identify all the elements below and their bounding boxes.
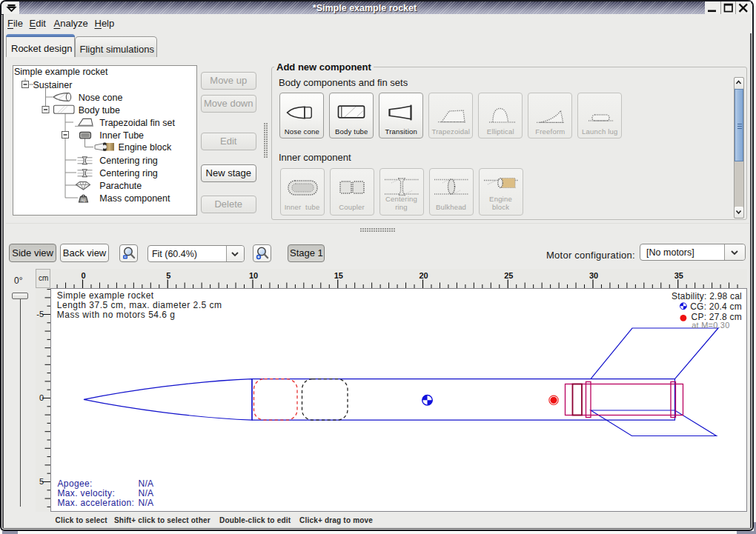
svg-text:Apogee:: Apogee: bbox=[58, 478, 93, 489]
svg-text:-5: -5 bbox=[36, 310, 44, 318]
svg-text:25: 25 bbox=[504, 271, 513, 280]
svg-text:N/A: N/A bbox=[138, 498, 153, 508]
svg-text:15: 15 bbox=[334, 271, 343, 280]
svg-text:30: 30 bbox=[589, 271, 598, 280]
svg-text:10: 10 bbox=[249, 271, 258, 280]
svg-text:at M=0.30: at M=0.30 bbox=[692, 321, 729, 330]
svg-text:20: 20 bbox=[419, 271, 428, 280]
svg-text:CG: 20.4 cm: CG: 20.4 cm bbox=[690, 301, 742, 312]
svg-text:0: 0 bbox=[39, 393, 44, 402]
svg-text:Max. velocity:: Max. velocity: bbox=[58, 488, 116, 498]
svg-text:35: 35 bbox=[674, 271, 683, 280]
svg-text:5: 5 bbox=[39, 477, 44, 486]
svg-text:Max. acceleration:: Max. acceleration: bbox=[58, 498, 135, 508]
svg-text:5: 5 bbox=[166, 271, 170, 280]
svg-text:kg: kg bbox=[82, 198, 85, 202]
svg-text:Simple example rocket: Simple example rocket bbox=[57, 290, 154, 301]
svg-text:N/A: N/A bbox=[138, 488, 153, 498]
svg-text:Mass with no motors 54.6 g: Mass with no motors 54.6 g bbox=[57, 310, 176, 320]
svg-text:Length 37.5 cm, max. diameter: Length 37.5 cm, max. diameter 2.5 cm bbox=[57, 300, 222, 310]
svg-text:Stability: 2.98 cal: Stability: 2.98 cal bbox=[672, 291, 742, 301]
svg-text:0: 0 bbox=[81, 271, 85, 280]
svg-text:N/A: N/A bbox=[138, 478, 153, 489]
